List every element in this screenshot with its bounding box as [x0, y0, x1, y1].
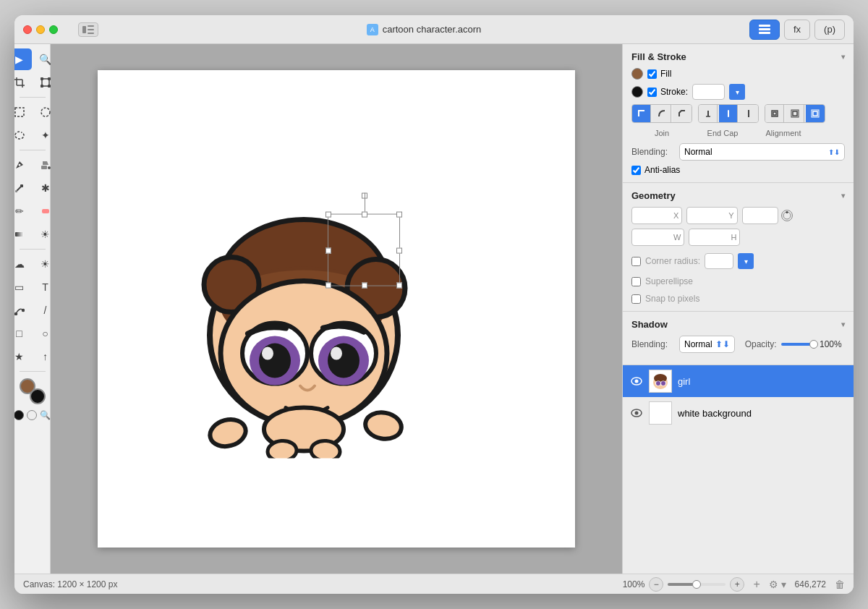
svg-rect-6	[759, 32, 770, 34]
shadow-collapse[interactable]: ▾	[841, 320, 845, 328]
geometry-collapse[interactable]: ▾	[841, 192, 845, 200]
pen-tool-button[interactable]	[14, 154, 32, 176]
bezier-pen-button[interactable]	[14, 299, 32, 321]
svg-point-41	[262, 347, 273, 360]
corner-dropdown-button[interactable]: ▾	[738, 253, 754, 269]
character-artwork	[163, 169, 452, 461]
y-input[interactable]: 826	[687, 207, 727, 224]
rect-shape-button[interactable]: ▭	[14, 276, 32, 298]
alignment-buttons	[765, 104, 825, 123]
align-outside-button[interactable]	[806, 105, 825, 122]
reset-colors-button[interactable]	[27, 410, 37, 420]
select-tool-button[interactable]: ▶	[14, 48, 32, 70]
lasso-tool-button[interactable]	[14, 124, 32, 146]
pencil-button[interactable]: ✏	[14, 200, 32, 222]
zoom-out-button[interactable]: −	[649, 577, 663, 592]
angle-circle[interactable]	[781, 210, 793, 221]
svg-point-45	[363, 409, 403, 441]
maximize-button[interactable]	[49, 25, 58, 34]
blending-select[interactable]: Normal ⬆⬇	[679, 143, 845, 161]
zoom-percent: 100%	[623, 579, 645, 589]
zoom-slider[interactable]	[668, 583, 726, 586]
stroke-dropdown-button[interactable]: ▾	[729, 84, 745, 100]
fill-stroke-title: Fill & Stroke	[631, 51, 686, 62]
x-input[interactable]: 663	[632, 207, 672, 224]
y-input-wrap: 826 Y	[686, 207, 737, 224]
snap-to-pixels-checkbox[interactable]	[631, 294, 641, 304]
crop-tool-button[interactable]	[14, 72, 32, 93]
opacity-slider[interactable]	[781, 343, 815, 346]
sidebar-toggle-button[interactable]	[78, 22, 98, 37]
fill-stroke-section: Fill & Stroke ▾ Fill	[623, 44, 854, 183]
svg-rect-23	[15, 190, 17, 192]
cloud-shape-button[interactable]: ☁	[14, 253, 32, 275]
join-round-button[interactable]	[652, 105, 671, 122]
svg-point-69	[661, 381, 665, 386]
zoom-in-button[interactable]: +	[730, 577, 744, 592]
svg-rect-24	[42, 209, 49, 213]
corner-radius-checkbox[interactable]	[631, 257, 641, 266]
join-buttons	[631, 104, 692, 123]
cap-square-button[interactable]	[739, 105, 758, 122]
background-color-swatch[interactable]	[30, 388, 46, 404]
geometry-inputs: 663 X 826 Y 0°	[631, 207, 845, 304]
anti-alias-checkbox[interactable]	[631, 166, 641, 175]
corner-radius-input[interactable]: 0	[705, 253, 733, 269]
statusbar: Canvas: 1200 × 1200 px 100% − + + ⚙ ▾ 64…	[14, 574, 854, 594]
layer-item-white-background[interactable]: white background	[623, 397, 854, 429]
superellipse-checkbox[interactable]	[631, 277, 641, 286]
layer-visibility-white-bg[interactable]	[630, 406, 643, 420]
stroke-value-input[interactable]: 7	[692, 84, 725, 100]
svg-point-20	[48, 166, 51, 169]
w-input-wrap: 155 W	[631, 229, 684, 246]
rect-select-button[interactable]	[14, 101, 32, 123]
fill-checkbox[interactable]	[647, 69, 657, 79]
color-swatch-area	[20, 378, 46, 404]
align-center-button[interactable]	[786, 105, 804, 122]
shadow-blending-select[interactable]: Normal ⬆⬇	[679, 336, 735, 353]
gradient-button[interactable]	[14, 223, 32, 245]
svg-rect-16	[15, 108, 24, 116]
svg-point-14	[41, 85, 43, 88]
star-button[interactable]: ★	[14, 346, 32, 367]
fill-row: Fill	[631, 68, 845, 80]
geometry-title: Geometry	[631, 190, 676, 201]
stroke-color-dot[interactable]	[631, 86, 643, 98]
y-label: Y	[727, 211, 736, 220]
h-input[interactable]: 155	[689, 229, 729, 246]
minimize-button[interactable]	[36, 25, 45, 34]
stroke-checkbox[interactable]	[647, 88, 657, 97]
delete-layer-button[interactable]: 🗑	[835, 579, 845, 590]
layer-visibility-girl[interactable]	[630, 375, 643, 388]
canvas-area[interactable]	[51, 44, 622, 574]
canvas[interactable]	[98, 70, 575, 548]
fill-color-dot[interactable]	[631, 68, 643, 80]
angle-input[interactable]: 0°	[742, 207, 778, 224]
settings-button[interactable]: ⚙ ▾	[769, 579, 786, 590]
oval-shape-button[interactable]: □	[14, 323, 32, 344]
shadow-header: Shadow ▾	[631, 319, 845, 330]
shadow-blending-row: Blending: Normal ⬆⬇ Opacity: 100%	[631, 336, 845, 353]
cap-butt-button[interactable]	[699, 105, 718, 122]
canvas-info: Canvas: 1200 × 1200 px	[23, 579, 117, 589]
svg-rect-25	[15, 232, 24, 237]
scripts-panel-button[interactable]: (p)	[814, 20, 845, 40]
cap-round-button[interactable]	[719, 105, 738, 122]
eyedropper-tool-button[interactable]: 🔍	[40, 410, 51, 420]
svg-rect-3	[88, 33, 94, 34]
layer-item-girl[interactable]: girl	[623, 365, 854, 397]
join-miter-button[interactable]	[632, 105, 651, 122]
svg-point-27	[22, 310, 24, 312]
add-layer-button[interactable]: +	[753, 578, 760, 591]
fill-stroke-collapse[interactable]: ▾	[841, 53, 845, 61]
align-inside-button[interactable]	[765, 105, 784, 122]
eyedropper-button[interactable]	[14, 177, 32, 199]
svg-point-68	[656, 381, 660, 386]
w-input[interactable]: 155	[632, 229, 672, 246]
effects-panel-button[interactable]: fx	[784, 20, 810, 40]
join-bevel-button[interactable]	[673, 105, 692, 122]
layers-panel-button[interactable]	[749, 20, 780, 40]
close-button[interactable]	[23, 25, 32, 34]
swap-colors-button[interactable]	[14, 410, 24, 420]
end-cap-buttons	[698, 104, 759, 123]
